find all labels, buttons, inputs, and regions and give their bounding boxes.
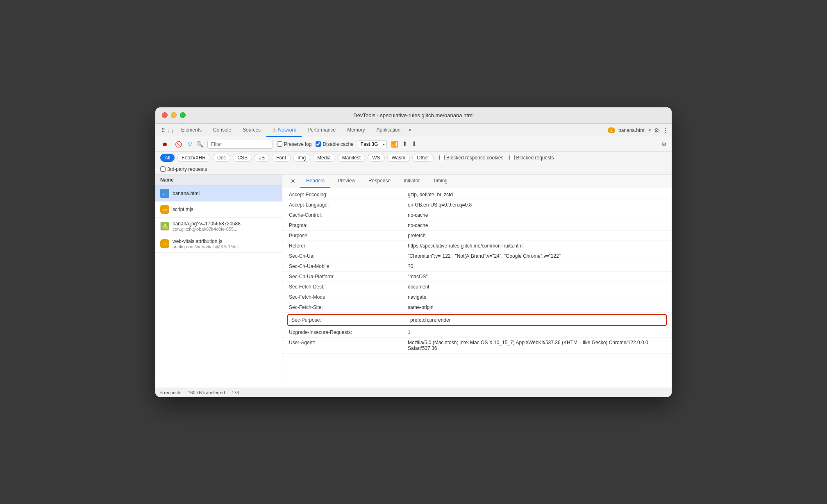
tab-performance[interactable]: Performance	[302, 124, 341, 137]
clear-button[interactable]: 🚫	[173, 140, 184, 148]
header-value-referer: https://speculative-rules.glitch.me/comm…	[408, 243, 665, 249]
tab-console[interactable]: Console	[207, 124, 237, 137]
file-subname-banana-jpg: cdn.glitch.global/87b4c0fe-655...	[173, 227, 241, 232]
settings-icon[interactable]: ⚙	[654, 127, 659, 134]
devtools-window: DevTools - speculative-rules.glitch.me/b…	[155, 107, 672, 397]
details-tab-timing[interactable]: Timing	[427, 175, 453, 188]
header-accept-language: Accept-Language: en-GB,en-US;q=0.9,en;q=…	[282, 200, 672, 210]
header-pragma: Pragma: no-cache	[282, 220, 672, 231]
header-value-sec-ch-ua-platform: "macOS"	[408, 274, 665, 279]
header-value-accept-language: en-GB,en-US;q=0.9,en;q=0.8	[408, 202, 665, 208]
download-icon[interactable]: ⬇	[411, 140, 417, 148]
header-sec-fetch-dest: Sec-Fetch-Dest: document	[282, 282, 672, 292]
header-referer: Referer: https://speculative-rules.glitc…	[282, 241, 672, 251]
header-cache-control: Cache-Control: no-cache	[282, 210, 672, 220]
file-dropdown-icon[interactable]: ▾	[649, 128, 651, 132]
requests-count: 6 requests	[160, 390, 181, 395]
header-upgrade-insecure: Upgrade-Insecure-Requests: 1	[282, 327, 672, 338]
filter-wasm-button[interactable]: Wasm	[387, 154, 410, 162]
img-file-icon: 🍌	[160, 222, 169, 231]
disable-cache-checkbox[interactable]	[316, 141, 321, 147]
throttle-select[interactable]: Fast 3G	[358, 140, 387, 148]
close-button[interactable]	[162, 112, 168, 118]
header-accept-encoding: Accept-Encoding: gzip, deflate, br, zstd	[282, 190, 672, 200]
details-panel: ✕ Headers Preview Response Initiator Tim…	[282, 175, 672, 388]
more-options-icon[interactable]: ⋮	[663, 127, 668, 134]
header-name-sec-purpose: Sec-Purpose:	[291, 317, 410, 323]
file-item-web-vitals[interactable]: </> web-vitals.attribution.js unpkg.com/…	[155, 235, 282, 253]
third-party-label[interactable]: 3rd-party requests	[160, 166, 667, 172]
wifi-icon[interactable]: 📶	[391, 141, 398, 148]
blocked-response-cookies-label[interactable]: Blocked response cookies	[439, 155, 503, 161]
details-tab-initiator[interactable]: Initiator	[398, 175, 425, 188]
tab-network[interactable]: ⚠ Network	[266, 124, 302, 137]
tab-application[interactable]: Application	[371, 124, 407, 137]
file-item-banana-html[interactable]: ≡ banana.html	[155, 186, 282, 202]
html-file-icon: ≡	[160, 189, 169, 198]
header-name-referer: Referer:	[289, 243, 408, 249]
filter-other-button[interactable]: Other	[412, 154, 434, 162]
filter-js-button[interactable]: JS	[254, 154, 269, 162]
tab-memory[interactable]: Memory	[341, 124, 370, 137]
header-value-sec-ch-ua-mobile: ?0	[408, 263, 665, 269]
filter-img-button[interactable]: Img	[293, 154, 310, 162]
filter-icon[interactable]: ▽	[188, 141, 192, 148]
window-title: DevTools - speculative-rules.glitch.me/b…	[353, 112, 473, 118]
blocked-requests-label[interactable]: Blocked requests	[509, 155, 554, 161]
disable-cache-label[interactable]: Disable cache	[316, 141, 353, 147]
tab-sources[interactable]: Sources	[237, 124, 266, 137]
tab-elements[interactable]: Elements	[175, 124, 207, 137]
header-name-accept-language: Accept-Language:	[289, 202, 408, 208]
header-sec-fetch-site: Sec-Fetch-Site: same-origin	[282, 302, 672, 313]
file-item-script-mjs[interactable]: </> script.mjs	[155, 202, 282, 218]
details-close-button[interactable]: ✕	[287, 175, 299, 187]
tab-more[interactable]: »	[406, 124, 414, 137]
header-value-sec-fetch-site: same-origin	[408, 304, 665, 310]
file-list-header: Name	[155, 175, 282, 186]
header-name-sec-fetch-site: Sec-Fetch-Site:	[289, 304, 408, 310]
current-file-label[interactable]: banana.html	[618, 127, 645, 133]
upload-icon[interactable]: ⬆	[402, 140, 407, 148]
filter-all-button[interactable]: All	[160, 154, 175, 162]
filter-doc-button[interactable]: Doc	[213, 154, 230, 162]
header-value-purpose: prefetch	[408, 233, 665, 238]
svg-text:≡: ≡	[163, 192, 165, 196]
filter-ws-button[interactable]: WS	[368, 154, 384, 162]
header-name-sec-fetch-mode: Sec-Fetch-Mode:	[289, 294, 408, 300]
filter-manifest-button[interactable]: Manifest	[338, 154, 365, 162]
third-party-checkbox[interactable]	[160, 166, 166, 172]
details-tab-response[interactable]: Response	[363, 175, 396, 188]
details-tab-preview[interactable]: Preview	[332, 175, 361, 188]
warning-badge: 2	[608, 127, 615, 133]
maximize-button[interactable]	[180, 112, 186, 118]
minimize-button[interactable]	[171, 112, 177, 118]
settings-gear-icon[interactable]: ⚙	[661, 141, 667, 148]
other-stat: 173	[232, 390, 239, 395]
file-name-web-vitals: web-vitals.attribution.js	[173, 238, 239, 244]
header-value-sec-purpose: prefetch;prerender	[410, 317, 663, 323]
file-item-banana-jpg[interactable]: 🍌 banana.jpg?v=1705668720588 cdn.glitch.…	[155, 218, 282, 235]
filter-css-button[interactable]: CSS	[233, 154, 252, 162]
inspect-icon[interactable]: ⬚	[168, 127, 173, 134]
header-name-purpose: Purpose:	[289, 233, 408, 238]
headers-content: Accept-Encoding: gzip, deflate, br, zstd…	[282, 188, 672, 355]
stop-recording-button[interactable]: ⏺	[160, 140, 169, 148]
preserve-log-label[interactable]: Preserve log	[277, 141, 311, 147]
header-user-agent: User-Agent: Mozilla/5.0 (Macintosh; Inte…	[282, 338, 672, 354]
js-file-icon-script: </>	[160, 205, 169, 214]
blocked-requests-checkbox[interactable]	[509, 155, 515, 160]
filter-font-button[interactable]: Font	[272, 154, 291, 162]
details-tab-headers[interactable]: Headers	[300, 175, 330, 188]
main-area: Name ≡ banana.html </> script.mjs 🍌 bana…	[155, 175, 672, 388]
filter-input[interactable]	[207, 140, 273, 149]
blocked-response-cookies-checkbox[interactable]	[439, 155, 445, 160]
svg-text:</>: </>	[163, 243, 168, 246]
filter-fetchxhr-button[interactable]: Fetch/XHR	[177, 154, 210, 162]
filter-media-button[interactable]: Media	[313, 154, 335, 162]
search-icon[interactable]: 🔍	[196, 141, 203, 148]
header-value-pragma: no-cache	[408, 222, 665, 228]
transferred-size: 160 kB transferred	[188, 390, 225, 395]
preserve-log-checkbox[interactable]	[277, 141, 282, 147]
header-sec-ch-ua-mobile: Sec-Ch-Ua-Mobile: ?0	[282, 261, 672, 272]
select-icon[interactable]: ⠿	[161, 127, 165, 134]
